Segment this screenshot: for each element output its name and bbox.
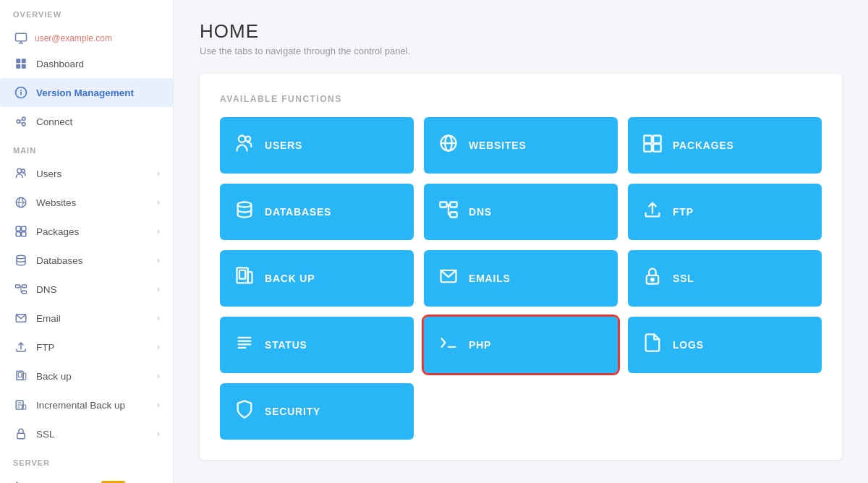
svg-rect-23 [16, 285, 20, 288]
svg-rect-21 [22, 232, 26, 236]
ftp-btn-label: FTP [673, 206, 694, 218]
svg-rect-50 [440, 202, 446, 208]
dashboard-icon [13, 56, 29, 72]
sidebar-item-version-management[interactable]: Version Management [0, 78, 173, 107]
svg-point-13 [17, 168, 22, 173]
backup-btn-icon [234, 266, 255, 291]
websites-btn-icon [438, 133, 459, 158]
sidebar-item-users[interactable]: Users › [0, 159, 173, 188]
emails-function-button[interactable]: EMAILS [424, 250, 618, 307]
email-chevron: › [157, 313, 160, 323]
logs-function-button[interactable]: LOGS [628, 317, 822, 373]
websites-label: Websites [36, 197, 76, 208]
ssl-function-button[interactable]: SSL [628, 250, 822, 307]
functions-grid: USERS WEBSITES PACKAGES [220, 117, 822, 440]
svg-rect-4 [22, 64, 26, 69]
users-btn-icon [234, 133, 255, 158]
backup-btn-label: BACK UP [265, 273, 315, 284]
server-section-label: SERVER [0, 448, 173, 471]
security-function-button[interactable]: SECURITY [220, 383, 414, 440]
emails-btn-icon [438, 266, 459, 291]
sidebar-item-backup[interactable]: Back up › [0, 362, 173, 390]
status-btn-label: STATUS [265, 339, 307, 351]
logs-btn-label: LOGS [673, 339, 704, 351]
php-btn-label: PHP [469, 339, 491, 351]
overview-section-label: OVERVIEW [0, 0, 173, 23]
dns-chevron: › [157, 284, 160, 294]
dns-btn-icon [438, 200, 459, 224]
svg-rect-45 [644, 136, 652, 144]
svg-rect-38 [17, 433, 25, 439]
sidebar-item-packages[interactable]: Packages › [0, 217, 173, 246]
sidebar-item-incremental-backup[interactable]: Incremental Back up › [0, 390, 173, 419]
dns-label: DNS [36, 284, 57, 295]
sidebar-item-ssl[interactable]: SSL › [0, 419, 173, 448]
incremental-backup-icon [13, 397, 29, 413]
svg-rect-19 [22, 226, 26, 231]
databases-chevron: › [157, 255, 160, 265]
svg-rect-51 [450, 202, 456, 208]
status-function-button[interactable]: STATUS [220, 317, 414, 373]
websites-chevron: › [157, 197, 160, 208]
svg-point-9 [22, 117, 26, 121]
sidebar-item-databases[interactable]: Databases › [0, 246, 173, 275]
svg-rect-47 [644, 144, 652, 152]
sidebar-item-ftp[interactable]: FTP › [0, 333, 173, 362]
svg-rect-20 [16, 232, 20, 236]
sidebar-item-connect[interactable]: Connect [0, 107, 173, 136]
svg-rect-3 [16, 64, 20, 69]
svg-rect-31 [18, 373, 22, 377]
ftp-function-button[interactable]: FTP [628, 184, 822, 240]
dns-btn-label: DNS [469, 206, 492, 218]
packages-chevron: › [157, 226, 160, 236]
svg-rect-25 [22, 291, 27, 294]
websites-function-button[interactable]: WEBSITES [424, 117, 618, 174]
terminal-icon [13, 478, 29, 483]
ftp-chevron: › [157, 342, 160, 352]
svg-point-40 [239, 136, 245, 142]
security-btn-label: SECURITY [265, 406, 320, 417]
dns-function-button[interactable]: DNS [424, 184, 618, 240]
svg-point-41 [245, 137, 250, 142]
packages-function-button[interactable]: PACKAGES [628, 117, 822, 174]
php-function-button[interactable]: PHP [424, 317, 618, 373]
databases-function-button[interactable]: DATABASES [220, 184, 414, 240]
backup-label: Back up [36, 371, 72, 382]
ssl-btn-label: SSL [673, 273, 694, 284]
ssl-btn-icon [642, 266, 663, 291]
page-title: HOME [200, 20, 842, 43]
users-chevron: › [157, 168, 160, 179]
databases-btn-icon [234, 200, 255, 224]
dashboard-label: Dashboard [36, 59, 84, 69]
connect-label: Connect [36, 116, 72, 127]
svg-rect-52 [450, 213, 456, 218]
incremental-backup-chevron: › [157, 400, 160, 410]
logs-btn-icon [642, 333, 663, 357]
sidebar-item-dashboard[interactable]: Dashboard [0, 49, 173, 78]
sidebar-item-websites[interactable]: Websites › [0, 188, 173, 217]
main-content: HOME Use the tabs to navigate through th… [174, 0, 868, 483]
users-function-button[interactable]: USERS [220, 117, 414, 174]
users-icon [13, 166, 29, 181]
sidebar-item-dns[interactable]: DNS › [0, 275, 173, 304]
users-label: Users [36, 168, 61, 179]
svg-point-8 [17, 120, 20, 124]
sidebar-item-email[interactable]: Email › [0, 304, 173, 333]
connect-icon [13, 114, 29, 129]
account-item[interactable]: user@example.com [0, 23, 173, 49]
svg-point-14 [22, 169, 25, 173]
security-btn-icon [234, 399, 255, 424]
databases-label: Databases [36, 255, 83, 266]
version-management-label: Version Management [36, 87, 134, 98]
info-icon [13, 85, 29, 101]
svg-line-12 [20, 122, 22, 124]
backup-function-button[interactable]: BACK UP [220, 250, 414, 307]
svg-rect-2 [22, 59, 26, 63]
backup-icon [13, 368, 29, 384]
page-subtitle: Use the tabs to navigate through the con… [200, 46, 842, 56]
packages-label: Packages [36, 226, 79, 237]
sidebar-item-web-terminal[interactable]: Web Terminal NEW › [0, 471, 173, 483]
web-terminal-label: Web Terminal [36, 481, 95, 484]
packages-btn-label: PACKAGES [673, 140, 734, 151]
svg-rect-58 [248, 272, 252, 283]
